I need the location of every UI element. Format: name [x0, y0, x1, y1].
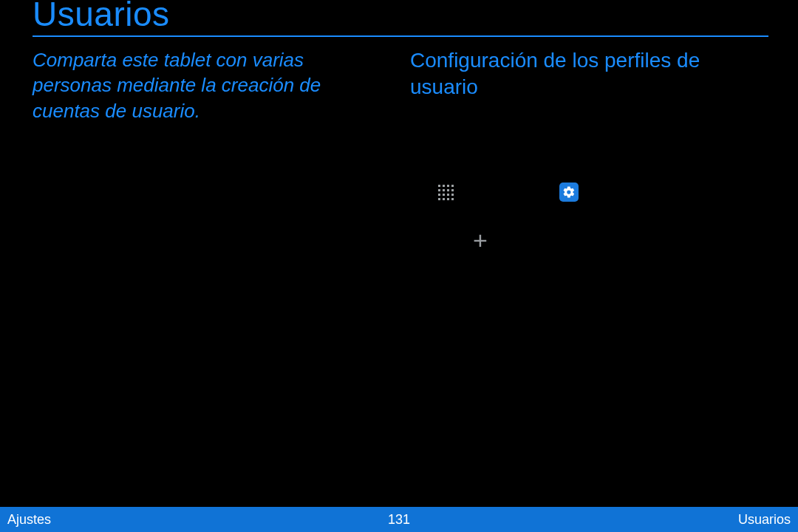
footer-section-label: Ajustes — [7, 512, 51, 528]
plus-icon: + — [469, 229, 491, 251]
title-underline — [33, 35, 768, 37]
page-footer: Ajustes 131 Usuarios — [0, 507, 798, 532]
footer-page-number: 131 — [0, 512, 798, 528]
intro-paragraph: Comparta este tablet con varias personas… — [33, 47, 365, 123]
apps-icon — [438, 185, 454, 201]
section-heading: Configuración de los perfiles de usuario — [410, 47, 768, 100]
settings-icon — [559, 183, 579, 202]
footer-topic-label: Usuarios — [738, 512, 791, 528]
document-page: Usuarios Comparta este tablet con varias… — [0, 0, 798, 532]
page-title: Usuarios — [33, 0, 170, 34]
